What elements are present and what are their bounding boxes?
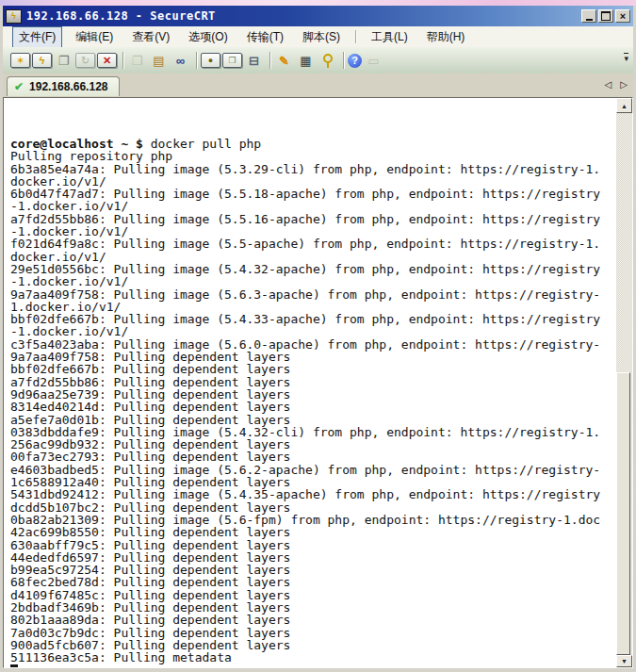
minimize-icon xyxy=(586,19,593,21)
terminal-area: core@localhost ~ $ docker pull php Pulli… xyxy=(3,97,633,668)
new-tab-icon[interactable]: ❐ xyxy=(54,53,73,69)
session-lock-icon[interactable]: ● xyxy=(201,53,220,68)
menu-help[interactable]: 帮助(H) xyxy=(421,27,471,47)
copy-icon[interactable]: ❐ xyxy=(127,53,147,69)
scroll-down-button[interactable]: ▼ xyxy=(616,655,632,667)
tab-scroll-right-icon[interactable]: ▷ xyxy=(620,79,628,90)
menu-options[interactable]: 选项(O) xyxy=(183,27,233,47)
tab-scroll-left-icon[interactable]: ◁ xyxy=(605,79,612,90)
minimize-button[interactable] xyxy=(581,9,596,23)
terminal-lines: Pulling repository php 6b3a85e4a74a: Pul… xyxy=(10,149,600,664)
key-icon[interactable] xyxy=(318,53,337,69)
menu-tools[interactable]: 工具(L) xyxy=(366,27,414,47)
toolbar-overflow-icon[interactable]: ▾ xyxy=(624,53,628,63)
toolbar-separator xyxy=(122,52,123,69)
menu-file[interactable]: 文件(F) xyxy=(12,26,62,48)
session-tab-label: 192.168.66.128 xyxy=(29,80,107,93)
menu-separator xyxy=(355,30,356,43)
app-window-icon[interactable]: ▭ xyxy=(364,53,383,69)
paste-icon[interactable]: ▤ xyxy=(149,53,169,69)
tab-bar: ✔ 192.168.66.128 ◁ ▷ xyxy=(3,74,633,97)
window-title: 192.168.66.128 - SecureCRT xyxy=(26,9,581,23)
title-bar[interactable]: 192.168.66.128 - SecureCRT × xyxy=(3,6,633,26)
maximize-button[interactable] xyxy=(598,9,613,23)
vertical-scrollbar[interactable]: ▲ ▼ xyxy=(616,98,632,667)
close-button[interactable]: × xyxy=(615,9,630,23)
toolbar: ✶ϟ❐↻✕❐▤∞●❐⊟✎▦?▭ xyxy=(3,47,633,74)
print-icon[interactable]: ⊟ xyxy=(244,53,264,69)
securecrt-window: 192.168.66.128 - SecureCRT × 文件(F)编辑(E)查… xyxy=(0,0,636,672)
scroll-up-button[interactable]: ▲ xyxy=(616,98,632,113)
app-icon xyxy=(6,9,22,24)
reconnect-icon[interactable]: ↻ xyxy=(75,53,95,68)
connected-check-icon: ✔ xyxy=(14,80,24,93)
properties-icon[interactable]: ✎ xyxy=(274,53,294,69)
terminal-cursor xyxy=(10,664,18,667)
session-tab[interactable]: ✔ 192.168.66.128 xyxy=(7,76,120,96)
toolbar-separator xyxy=(269,52,270,69)
close-icon: × xyxy=(620,11,626,22)
quick-connect-icon[interactable]: ϟ xyxy=(32,53,52,68)
help-icon[interactable]: ? xyxy=(348,54,362,68)
tab-scroll-arrows: ◁ ▷ xyxy=(605,79,628,90)
menu-script[interactable]: 脚本(S) xyxy=(297,27,346,47)
disconnect-icon[interactable]: ✕ xyxy=(97,53,117,68)
toolbar-separator xyxy=(196,52,197,69)
window-controls: × xyxy=(581,9,630,23)
scrollbar-thumb[interactable] xyxy=(616,372,630,655)
connect-icon[interactable]: ✶ xyxy=(10,53,30,68)
menu-group-left: 文件(F)编辑(E)查看(V)选项(O)传输(T)脚本(S) xyxy=(8,26,350,47)
terminal-output[interactable]: core@localhost ~ $ docker pull php Pulli… xyxy=(4,98,616,667)
menu-edit[interactable]: 编辑(E) xyxy=(70,27,119,47)
keymap-icon[interactable]: ▦ xyxy=(296,53,316,69)
session-clone-icon[interactable]: ❐ xyxy=(222,53,242,68)
maximize-icon xyxy=(601,11,611,21)
menu-group-right: 工具(L)帮助(H) xyxy=(362,26,474,47)
find-icon[interactable]: ∞ xyxy=(171,53,190,69)
menu-transfer[interactable]: 传输(T) xyxy=(241,27,289,47)
menu-bar: 文件(F)编辑(E)查看(V)选项(O)传输(T)脚本(S) 工具(L)帮助(H… xyxy=(3,26,633,47)
toolbar-separator xyxy=(343,52,344,69)
menu-view[interactable]: 查看(V) xyxy=(126,27,175,47)
